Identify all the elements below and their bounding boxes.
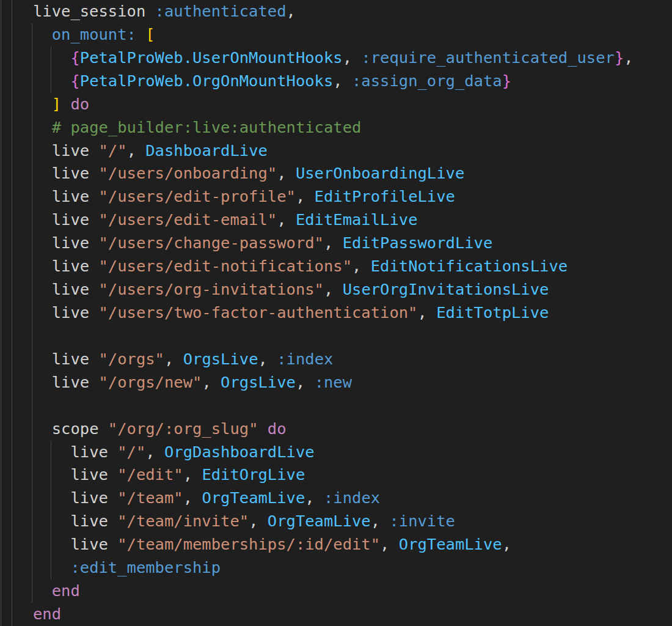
code-indent (33, 558, 70, 576)
code-token-plain: , (380, 535, 399, 553)
code-token-plain (136, 25, 145, 43)
code-line: {PetalProWeb.UserOnMountHooks, :require_… (0, 46, 672, 70)
code-token-plain: , (371, 512, 390, 530)
code-token-plain: , (202, 373, 221, 391)
code-indent (33, 350, 52, 368)
code-token-bracket2: } (615, 48, 624, 67)
code-indent (33, 373, 52, 391)
code-token-plain: live (52, 373, 99, 391)
code-token-plain: live (52, 257, 99, 275)
code-line: live "/users/edit-profile", EditProfileL… (0, 185, 672, 208)
code-indent (33, 443, 70, 461)
code-token-string: "/users/edit-profile" (98, 187, 295, 205)
code-token-string: "/users/org-invitations" (98, 280, 323, 298)
code-indent (33, 48, 70, 67)
code-line: live "/team/memberships/:id/edit", OrgTe… (0, 533, 672, 556)
code-token-module: PetalProWeb.OrgOnMountHooks (80, 72, 334, 90)
code-token-bracket2: { (70, 48, 79, 67)
code-token-plain: , (249, 512, 268, 530)
code-token-module: EditEmailLive (296, 210, 418, 229)
code-indent (33, 95, 52, 113)
code-line: live "/orgs/new", OrgsLive, :new (0, 371, 672, 394)
code-indent (33, 303, 52, 322)
code-line: scope "/org/:org_slug" do (0, 418, 672, 441)
code-token-plain: , (296, 187, 315, 205)
code-token-plain: , (127, 141, 146, 160)
code-token-module: EditProfileLive (315, 187, 455, 205)
code-line: end (0, 603, 672, 626)
code-token-plain: live (70, 465, 117, 484)
code-token-module: OrgTeamLive (202, 488, 305, 507)
code-token-bracket2: { (70, 72, 79, 90)
code-line: live "/", DashboardLive (0, 139, 672, 163)
code-token-string: "/users/edit-email" (98, 210, 277, 229)
code-token-module: EditOrgLive (202, 465, 305, 484)
code-token-comment: # page_builder:live:authenticated (52, 118, 362, 136)
code-area[interactable]: live_session :authenticated, on_mount: [… (0, 0, 672, 626)
code-line: ] do (0, 93, 672, 116)
code-line (0, 325, 672, 348)
code-token-string: "/org/:org_slug" (108, 419, 258, 438)
code-token-plain (258, 419, 267, 438)
code-token-plain: , (277, 164, 296, 182)
code-token-atom: :assign_org_data (352, 72, 502, 90)
code-line: live "/team", OrgTeamLive, :index (0, 487, 672, 510)
code-token-kw: do (268, 419, 287, 438)
code-token-atom: :new (315, 373, 352, 391)
code-token-plain: , (417, 303, 436, 322)
code-line: live "/team/invite", OrgTeamLive, :invit… (0, 510, 672, 533)
code-token-module: EditPasswordLive (343, 234, 493, 252)
code-line: {PetalProWeb.OrgOnMountHooks, :assign_or… (0, 70, 672, 93)
code-token-bracket2: } (502, 72, 511, 90)
code-token-plain: live_session (33, 2, 155, 20)
code-token-module: OrgTeamLive (399, 535, 502, 553)
code-token-plain: , (183, 465, 202, 484)
code-token-plain: , (324, 280, 343, 298)
code-token-kw: end (52, 581, 80, 600)
code-token-module: DashboardLive (145, 141, 268, 160)
code-token-plain: live (70, 488, 117, 507)
code-token-module: OrgsLive (183, 350, 258, 368)
code-token-atom: :require_authenticated_user (361, 48, 615, 67)
code-token-plain: live (52, 280, 99, 298)
code-token-string: "/" (98, 141, 126, 160)
code-indent (33, 581, 52, 600)
code-token-plain: live (52, 303, 99, 322)
code-token-atom: :invite (389, 512, 455, 530)
code-token-plain: scope (52, 419, 108, 438)
code-token-plain: , (624, 48, 633, 67)
code-token-bracket1: [ (145, 25, 155, 43)
code-token-plain: live (52, 350, 99, 368)
code-editor: live_session :authenticated, on_mount: [… (0, 0, 672, 626)
code-token-plain: , (343, 48, 362, 67)
code-line: live "/users/two-factor-authentication",… (0, 301, 672, 325)
code-token-bracket1: ] (52, 95, 61, 113)
code-token-kw: do (70, 95, 89, 113)
code-token-atom: :authenticated (155, 2, 287, 20)
code-indent (33, 72, 70, 90)
code-line: live "/users/edit-email", EditEmailLive (0, 208, 672, 232)
code-token-module: OrgsLive (221, 373, 296, 391)
code-token-string: "/team" (117, 488, 183, 507)
code-line: live "/users/change-password", EditPassw… (0, 232, 672, 255)
code-token-plain: live (52, 210, 99, 229)
code-line: live "/edit", EditOrgLive (0, 463, 672, 487)
code-token-string: "/users/edit-notifications" (98, 257, 352, 275)
code-token-string: "/orgs/new" (98, 373, 202, 391)
code-token-module: PetalProWeb.UserOnMountHooks (80, 48, 343, 67)
code-token-plain: , (502, 535, 511, 553)
code-token-string: "/users/onboarding" (98, 164, 277, 182)
code-token-plain: live (70, 512, 117, 530)
code-indent (33, 118, 52, 136)
code-line: live "/orgs", OrgsLive, :index (0, 348, 672, 371)
code-token-plain: live (52, 141, 99, 160)
code-indent (33, 210, 52, 229)
code-token-plain: , (333, 72, 352, 90)
code-line: live "/users/edit-notifications", EditNo… (0, 255, 672, 278)
code-token-plain: live (70, 443, 117, 461)
code-line: on_mount: [ (0, 23, 672, 46)
code-indent (33, 234, 52, 252)
code-token-module: OrgDashboardLive (164, 443, 315, 461)
code-token-string: "/team/memberships/:id/edit" (117, 535, 380, 553)
code-token-string: "/users/change-password" (98, 234, 323, 252)
